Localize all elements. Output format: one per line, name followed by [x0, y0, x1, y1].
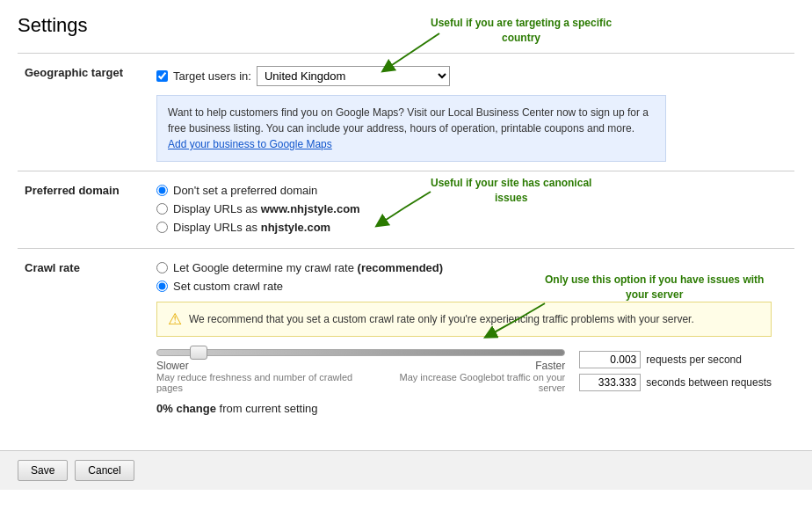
- slider-labels: Slower May reduce freshness and number o…: [156, 360, 565, 393]
- preferred-domain-content: Don't set a preferred domain Display URL…: [149, 171, 794, 249]
- change-bold: 0% change: [156, 402, 216, 415]
- pref-domain-label-www: Display URLs as www.nhjstyle.com: [173, 202, 360, 215]
- geographic-target-row: Geographic target Target users in: Unite…: [18, 54, 794, 171]
- seconds-between-row: seconds between requests: [579, 374, 772, 391]
- geo-info-text: Want to help customers find you on Googl…: [168, 106, 649, 135]
- crawl-rate-label-auto: Let Google determine my crawl rate (reco…: [173, 261, 443, 274]
- crawl-rate-label-custom: Set custom crawl rate: [173, 280, 283, 293]
- geographic-target-label: Geographic target: [18, 54, 149, 171]
- change-text: 0% change from current setting: [156, 402, 772, 415]
- req-per-second-row: requests per second: [579, 351, 772, 368]
- pref-domain-label-none: Don't set a preferred domain: [173, 184, 317, 197]
- crawl-rate-option-auto: Let Google determine my crawl rate (reco…: [156, 261, 787, 274]
- seconds-between-input[interactable]: [579, 374, 641, 391]
- slider-thumb[interactable]: [190, 346, 207, 360]
- requests-per-second-input[interactable]: [579, 351, 641, 368]
- pref-domain-radio-none[interactable]: [156, 185, 168, 196]
- pref-domain-label-nowww: Display URLs as nhjstyle.com: [173, 221, 330, 234]
- seconds-between-label: seconds between requests: [646, 376, 772, 389]
- geo-info-box: Want to help customers find you on Googl…: [156, 95, 666, 162]
- pref-domain-option-nowww: Display URLs as nhjstyle.com: [156, 221, 787, 234]
- pref-domain-option-www: Display URLs as www.nhjstyle.com: [156, 202, 787, 215]
- faster-sub: May increase Googlebot traffic on your s…: [375, 372, 565, 393]
- pref-domain-option-none: Don't set a preferred domain: [156, 184, 787, 197]
- change-rest: from current setting: [216, 402, 318, 415]
- slower-sub: May reduce freshness and number of crawl…: [156, 372, 375, 393]
- slider-faster-col: Faster May increase Googlebot traffic on…: [375, 360, 565, 393]
- requests-col: requests per second seconds between requ…: [579, 351, 772, 391]
- cancel-button[interactable]: Cancel: [75, 460, 134, 481]
- pref-domain-radio-nowww[interactable]: [156, 222, 168, 233]
- crawl-rate-content: Let Google determine my crawl rate (reco…: [149, 249, 794, 425]
- slider-row: Slower May reduce freshness and number o…: [156, 349, 772, 393]
- geo-checkbox[interactable]: [156, 70, 168, 82]
- geo-checkbox-group: Target users in: United Kingdom United S…: [156, 66, 787, 86]
- requests-per-second-label: requests per second: [646, 353, 742, 366]
- crawl-rate-row: Crawl rate Let Google determine my crawl…: [18, 249, 794, 425]
- geo-checkbox-label: Target users in:: [173, 69, 251, 83]
- crawl-rate-warning: ⚠ We recommend that you set a custom cra…: [156, 302, 772, 337]
- slower-label: Slower: [156, 360, 375, 372]
- slider-track: [156, 349, 565, 356]
- slider-slower-col: Slower May reduce freshness and number o…: [156, 360, 375, 393]
- slider-container: Slower May reduce freshness and number o…: [156, 349, 565, 393]
- preferred-domain-label: Preferred domain: [18, 171, 149, 249]
- crawl-rate-label: Crawl rate: [18, 249, 149, 425]
- geo-select[interactable]: United Kingdom United States Australia C…: [257, 66, 450, 86]
- page-title: Settings: [18, 14, 794, 37]
- geo-info-link[interactable]: Add your business to Google Maps: [168, 138, 332, 150]
- warning-text: We recommend that you set a custom crawl…: [189, 313, 694, 325]
- pref-domain-radio-www[interactable]: [156, 203, 168, 215]
- geographic-target-content: Target users in: United Kingdom United S…: [149, 54, 794, 171]
- preferred-domain-row: Preferred domain Don't set a preferred d…: [18, 171, 794, 249]
- crawl-rate-radio-auto[interactable]: [156, 262, 168, 273]
- crawl-rate-slider-section: Slower May reduce freshness and number o…: [156, 349, 772, 415]
- save-button[interactable]: Save: [18, 460, 68, 481]
- bottom-bar: Save Cancel: [0, 450, 812, 490]
- faster-label: Faster: [375, 360, 565, 372]
- warning-icon: ⚠: [168, 310, 182, 329]
- crawl-rate-radio-custom[interactable]: [156, 280, 168, 292]
- crawl-rate-option-custom: Set custom crawl rate: [156, 280, 787, 293]
